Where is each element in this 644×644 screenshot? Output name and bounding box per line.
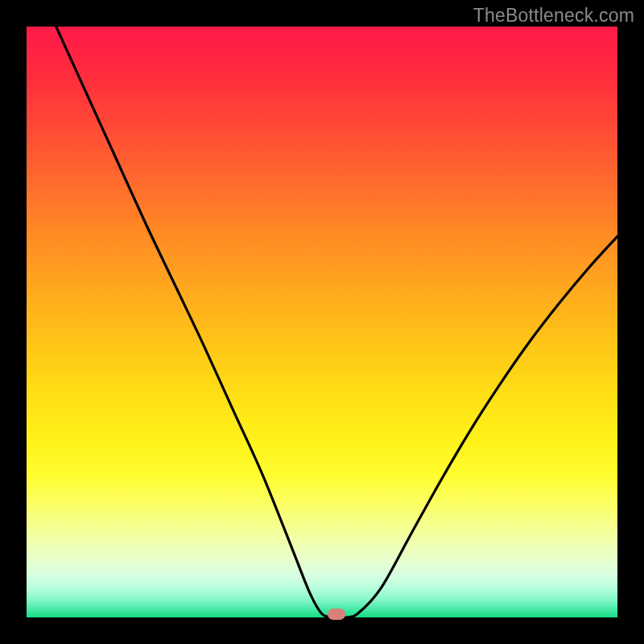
chart-frame: TheBottleneck.com	[0, 0, 644, 644]
minimum-marker	[328, 609, 345, 620]
bottleneck-curve	[27, 27, 617, 617]
curve-path	[56, 27, 617, 618]
watermark-text: TheBottleneck.com	[473, 5, 634, 27]
plot-area	[27, 27, 617, 617]
